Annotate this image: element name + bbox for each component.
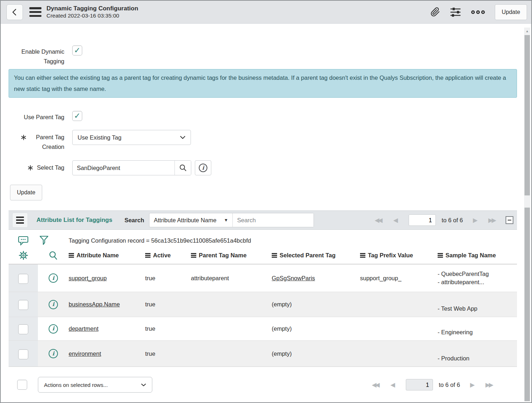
list-filter-button[interactable] <box>38 236 69 246</box>
parent-tag-creation-select[interactable]: Use Existing Tag <box>72 130 191 145</box>
list-breadcrumb-row: Tagging Configuration record = 56ca13c51… <box>9 230 517 248</box>
attribute-name-link[interactable]: department <box>69 325 98 332</box>
last-page-button[interactable]: ▶▶ <box>485 381 494 389</box>
collapse-list-button[interactable] <box>506 216 513 224</box>
sample-tag-name-cell: - Test Web App <box>438 292 517 317</box>
select-tag-row: Select Tag i <box>9 160 523 175</box>
last-page-button[interactable]: ▶▶ <box>488 217 497 224</box>
previous-page-button[interactable]: ◀ <box>393 217 399 224</box>
info-icon: i <box>49 349 58 358</box>
top-pagination: ◀◀ ◀ to 6 of 6 ▶ ▶▶ <box>374 214 513 226</box>
back-button[interactable] <box>6 4 23 20</box>
search-column-value: Attribute Attribute Name <box>154 217 216 224</box>
scrollbar-thumb[interactable] <box>524 35 530 195</box>
attribute-name-link[interactable]: environment <box>69 350 101 357</box>
page-number-input[interactable] <box>409 214 436 226</box>
sample-tag-line: - Test Web App <box>438 305 477 312</box>
personalize-form-button[interactable] <box>450 7 461 17</box>
select-tag-label: Select Tag <box>9 160 72 173</box>
row-checkbox[interactable] <box>18 300 28 310</box>
actions-select-value: Actions on selected rows... <box>44 382 108 388</box>
row-range-text: to 6 of 6 <box>442 217 463 224</box>
column-menu-icon <box>69 253 74 258</box>
row-checkbox[interactable] <box>18 324 28 334</box>
select-tag-input-group <box>72 160 191 175</box>
list-context-menu-icon[interactable] <box>12 213 28 228</box>
parent-tag-name-value: attributeparent <box>191 264 272 292</box>
column-label: Active <box>153 252 171 259</box>
row-preview-button[interactable]: i <box>38 317 69 340</box>
sample-tag-line: - Engineering <box>438 329 473 336</box>
list-settings-button[interactable] <box>9 251 38 260</box>
column-header-attribute-name[interactable]: Attribute Name <box>69 251 145 260</box>
column-header-sample-tag-name[interactable]: Sample Tag Name <box>438 251 517 260</box>
first-page-button[interactable]: ◀◀ <box>371 381 380 389</box>
list-footer: Actions on selected rows... ◀◀ ◀ to 6 of… <box>9 377 517 393</box>
column-menu-icon <box>360 253 365 258</box>
sample-tag-name-cell: - Production <box>438 341 517 366</box>
selected-parent-tag-link[interactable]: GpSgSnowParis <box>272 275 315 282</box>
info-icon: i <box>49 273 58 283</box>
app-window: Dynamic Tagging Configuration Created 20… <box>0 0 532 403</box>
row-select-gutter <box>9 341 38 366</box>
sliders-icon <box>450 7 461 17</box>
select-tag-info-button[interactable]: i <box>195 160 211 175</box>
form-update-button[interactable]: Update <box>10 185 42 200</box>
chat-bubble-icon <box>18 236 29 246</box>
row-checkbox[interactable] <box>18 274 28 284</box>
info-icon: i <box>199 164 207 172</box>
tag-lookup-button[interactable] <box>174 161 191 175</box>
scrollbar-thumb[interactable] <box>524 208 530 401</box>
form-context-menu-icon[interactable] <box>29 7 41 17</box>
scroll-up-button[interactable]: ▲ <box>524 28 530 35</box>
breadcrumb[interactable]: Tagging Configuration record = 56ca13c51… <box>69 236 517 246</box>
list-search-input[interactable] <box>233 213 314 227</box>
chevron-down-icon <box>141 383 146 387</box>
attribute-name-link[interactable]: support_group <box>69 275 107 282</box>
use-parent-tag-checkbox[interactable]: ✓ <box>72 111 82 121</box>
row-preview-button[interactable]: i <box>38 264 69 292</box>
page-title: Dynamic Tagging Configuration <box>46 5 138 12</box>
row-checkbox[interactable] <box>18 349 28 359</box>
row-range-text: to 6 of 6 <box>439 382 460 388</box>
next-page-button[interactable]: ▶ <box>472 217 478 224</box>
search-column-select[interactable]: Attribute Attribute Name ▼ <box>149 213 233 227</box>
parent-tag-name-value <box>191 317 272 340</box>
info-message: You can either select the existing tag a… <box>9 69 517 98</box>
row-preview-button[interactable]: i <box>38 341 69 366</box>
parent-tag-creation-value: Use Existing Tag <box>78 134 122 141</box>
selected-parent-tag-value: (empty) <box>272 341 360 366</box>
select-all-checkbox[interactable] <box>17 380 27 390</box>
more-options-button[interactable] <box>471 10 485 14</box>
use-parent-tag-label: Use Parent Tag <box>9 110 72 122</box>
column-menu-icon <box>272 253 277 258</box>
row-preview-button[interactable]: i <box>38 292 69 317</box>
info-icon: i <box>49 324 58 334</box>
header-update-button[interactable]: Update <box>495 4 527 20</box>
column-header-tag-prefix-value[interactable]: Tag Prefix Value <box>360 251 438 260</box>
previous-page-button[interactable]: ◀ <box>390 381 396 389</box>
column-menu-icon <box>145 253 151 258</box>
selected-parent-tag-value: (empty) <box>272 292 360 317</box>
paperclip-icon <box>430 7 440 17</box>
attribute-name-link[interactable]: businessApp.Name <box>69 301 120 308</box>
gear-icon <box>19 251 28 260</box>
more-options-icon <box>471 10 485 14</box>
first-page-button[interactable]: ◀◀ <box>374 217 383 224</box>
actions-select[interactable]: Actions on selected rows... <box>38 377 152 393</box>
list-comments-button[interactable] <box>9 236 38 246</box>
page-number-input[interactable] <box>406 379 433 390</box>
table-row: i environment true (empty) - Production <box>9 340 517 367</box>
active-value: true <box>145 292 191 317</box>
column-header-active[interactable]: Active <box>145 251 191 260</box>
column-search-button[interactable] <box>38 251 69 260</box>
attachment-button[interactable] <box>430 7 440 17</box>
table-row: i support_group true attributeparent GpS… <box>9 264 517 292</box>
column-header-selected-parent-tag[interactable]: Selected Parent Tag <box>272 251 360 260</box>
column-header-parent-tag-name[interactable]: Parent Tag Name <box>191 251 272 260</box>
mandatory-asterisk-icon <box>28 165 33 171</box>
select-tag-input[interactable] <box>73 161 174 175</box>
next-page-button[interactable]: ▶ <box>469 381 476 389</box>
search-icon <box>49 251 58 260</box>
enable-dynamic-tagging-checkbox[interactable]: ✓ <box>72 45 82 55</box>
